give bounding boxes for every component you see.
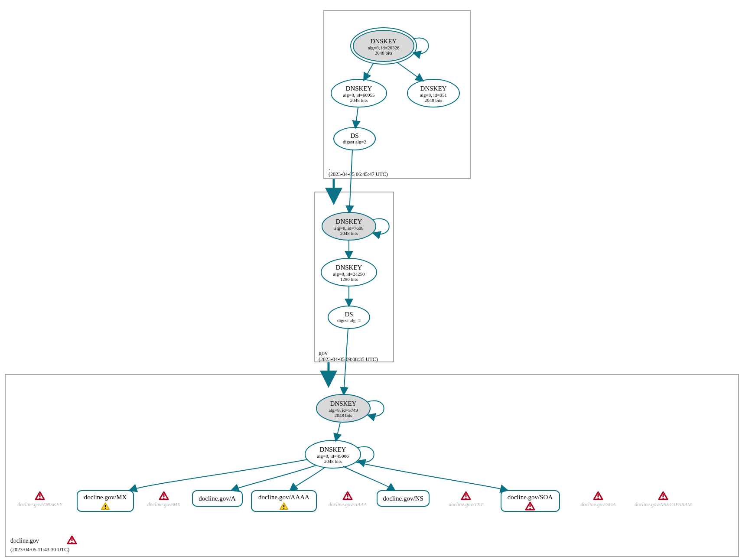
error-icon-faded-aaaa — [343, 492, 352, 499]
node-gov-ksk-title: DNSKEY — [336, 218, 362, 225]
node-gov-zsk-l2: 1280 bits — [340, 277, 358, 282]
faded-soa-label: docline.gov/SOA — [581, 501, 616, 508]
node-doc-zsk-l1: alg=8, id=45006 — [317, 453, 349, 459]
faded-mx-label: docline.gov/MX — [147, 501, 181, 508]
node-gov-ksk-l2: 2048 bits — [340, 231, 358, 236]
node-gov-zsk: DNSKEY alg=8, id=24250 1280 bits — [321, 258, 377, 286]
node-gov-ds: DS digest alg=2 — [328, 306, 370, 329]
node-doc-ksk-title: DNSKEY — [330, 400, 357, 407]
node-gov-ds-title: DS — [345, 311, 353, 318]
node-rr-soa-label: docline.gov/SOA — [508, 494, 553, 501]
node-root-zsk2-title: DNSKEY — [420, 85, 447, 92]
zone-gov-label: gov — [319, 350, 328, 356]
node-root-ksk: DNSKEY alg=8, id=20326 2048 bits — [351, 28, 417, 64]
faded-mx: docline.gov/MX — [147, 492, 181, 508]
warning-icon-zone-docline — [68, 536, 76, 544]
node-doc-zsk-l2: 2048 bits — [324, 459, 342, 464]
faded-soa: docline.gov/SOA — [581, 492, 616, 508]
node-rr-a: docline.gov/A — [192, 491, 242, 506]
node-gov-zsk-title: DNSKEY — [336, 264, 362, 271]
node-rr-mx-label: docline.gov/MX — [84, 494, 127, 501]
node-root-zsk2-l2: 2048 bits — [425, 98, 443, 103]
edge-zsk-a — [232, 466, 316, 490]
faded-txt-label: docline.gov/TXT — [449, 501, 484, 508]
faded-dnskey-label: docline.gov/DNSKEY — [17, 501, 63, 508]
zone-root-time: (2023-04-05 06:45:47 UTC) — [329, 171, 388, 177]
edge-zsk-soa — [355, 462, 507, 490]
node-gov-ksk-l1: alg=8, id=7698 — [334, 225, 364, 231]
edge-rootds-to-govksk — [349, 150, 352, 212]
zone-root-label: . — [329, 165, 330, 171]
node-rr-ns: docline.gov/NS — [377, 491, 429, 506]
edge-ksk-zsk1 — [364, 63, 374, 80]
error-icon-faded-nsec3 — [659, 492, 667, 499]
edge-zsk-mx — [130, 459, 308, 490]
node-root-zsk1-l2: 2048 bits — [350, 98, 368, 103]
zone-gov-time: (2023-04-05 09:08:35 UTC) — [319, 356, 378, 362]
node-root-ksk-l2: 2048 bits — [375, 50, 393, 55]
error-icon-faded-mx — [160, 492, 168, 499]
faded-nsec3-label: docline.gov/NSEC3PARAM — [635, 501, 692, 508]
faded-txt: docline.gov/TXT — [449, 492, 484, 508]
node-root-ds: DS digest alg=2 — [334, 127, 375, 150]
node-root-ds-l1: digest alg=2 — [343, 139, 366, 144]
node-rr-a-label: docline.gov/A — [199, 495, 236, 502]
zone-docline-label: docline.gov — [10, 537, 39, 544]
edge-docksk-doczsk — [336, 423, 340, 440]
node-doc-ksk-l2: 2048 bits — [335, 413, 352, 418]
node-root-zsk2-l1: alg=8, id=951 — [420, 92, 447, 98]
dnssec-graph: . (2023-04-05 06:45:47 UTC) DNSKEY alg=8… — [0, 0, 739, 560]
error-icon-faded-txt — [462, 492, 470, 499]
node-rr-aaaa-label: docline.gov/AAAA — [258, 494, 309, 501]
node-root-zsk2: DNSKEY alg=8, id=951 2048 bits — [407, 79, 459, 107]
edge-zsk-aaaa — [290, 467, 325, 490]
node-gov-zsk-l1: alg=8, id=24250 — [333, 271, 365, 277]
faded-aaaa: docline.gov/AAAA — [329, 492, 367, 508]
node-rr-ns-label: docline.gov/NS — [383, 495, 423, 502]
node-doc-ksk-l1: alg=8, id=5749 — [329, 407, 358, 413]
node-rr-aaaa: docline.gov/AAAA — [251, 491, 316, 511]
error-icon-faded-soa — [594, 492, 602, 499]
node-root-zsk1-title: DNSKEY — [346, 85, 372, 92]
edge-zsk1-ds — [355, 107, 358, 127]
node-doc-zsk: DNSKEY alg=8, id=45006 2048 bits — [305, 440, 361, 468]
edge-ksk-zsk2 — [397, 62, 423, 81]
node-root-ksk-l1: alg=8, id=20326 — [368, 45, 400, 50]
node-gov-ds-l1: digest alg=2 — [337, 318, 361, 323]
node-rr-mx: docline.gov/MX — [77, 491, 133, 511]
node-gov-ksk: DNSKEY alg=8, id=7698 2048 bits — [322, 212, 376, 240]
node-rr-soa: docline.gov/SOA — [501, 491, 560, 511]
node-root-ds-title: DS — [350, 132, 358, 139]
node-root-zsk1-l1: alg=8, id=60955 — [343, 92, 375, 98]
node-doc-ksk: DNSKEY alg=8, id=5749 2048 bits — [316, 394, 370, 422]
edge-zsk-ns — [343, 466, 394, 490]
node-doc-zsk-title: DNSKEY — [320, 446, 346, 453]
zone-docline-time: (2023-04-05 11:43:30 UTC) — [10, 547, 69, 553]
faded-dnskey: docline.gov/DNSKEY — [17, 492, 63, 508]
faded-nsec3: docline.gov/NSEC3PARAM — [635, 492, 692, 508]
node-root-ksk-title: DNSKEY — [371, 38, 397, 45]
node-root-zsk1: DNSKEY alg=8, id=60955 2048 bits — [331, 79, 387, 107]
faded-aaaa-label: docline.gov/AAAA — [329, 501, 367, 508]
error-icon-faded-dnskey — [36, 492, 44, 499]
